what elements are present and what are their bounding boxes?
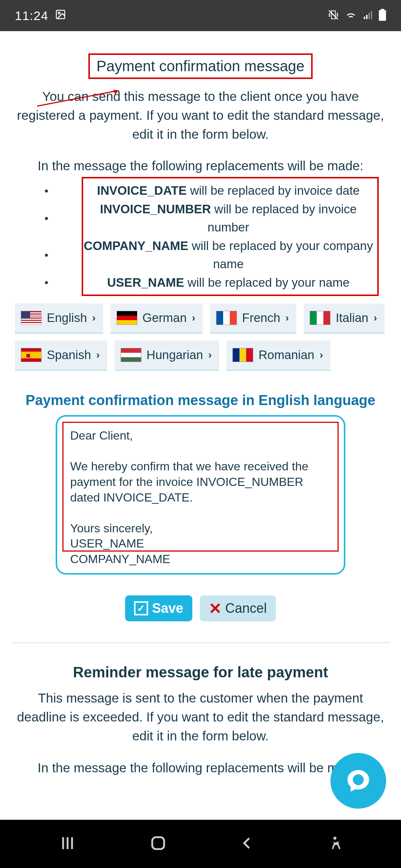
lang-tab-hungarian[interactable]: Hungarian › — [115, 341, 219, 371]
svg-rect-6 — [371, 11, 372, 19]
chevron-right-icon: › — [96, 349, 100, 361]
flag-us-icon — [21, 311, 42, 325]
annotation-arrow — [33, 88, 126, 110]
svg-point-16 — [333, 837, 336, 840]
replacement-item: • COMPANY_NAME will be replaced by your … — [11, 237, 390, 273]
replacement-item: • USER_NAME will be replaced by your nam… — [11, 273, 390, 292]
message-textarea[interactable]: Dear Client, We hereby confirm that we h… — [62, 422, 339, 552]
lang-tab-french[interactable]: French › — [210, 303, 296, 334]
close-icon: ✕ — [209, 599, 222, 618]
recents-button[interactable] — [59, 834, 76, 854]
flag-it-icon — [310, 311, 330, 325]
cancel-button[interactable]: ✕ Cancel — [200, 595, 276, 621]
save-button[interactable]: ✓ Save — [125, 595, 192, 621]
wifi-icon — [345, 9, 357, 23]
status-bar: 11:24 — [0, 0, 401, 31]
flag-de-icon — [117, 311, 137, 325]
svg-rect-3 — [364, 17, 365, 19]
lang-label: Romanian — [258, 348, 314, 362]
android-nav-bar — [0, 820, 401, 868]
signal-icon — [362, 9, 374, 22]
save-label: Save — [152, 601, 183, 616]
svg-rect-8 — [379, 10, 386, 21]
lang-label: Italian — [336, 311, 368, 325]
flag-hu-icon — [121, 348, 141, 362]
chat-fab-button[interactable] — [330, 753, 386, 809]
download-icon — [73, 9, 82, 23]
section-title: Payment confirmation message — [88, 53, 313, 79]
chevron-right-icon: › — [208, 349, 212, 361]
flag-ro-icon — [232, 348, 253, 362]
battery-icon — [379, 9, 386, 22]
lang-label: French — [242, 311, 280, 325]
lang-label: Spanish — [47, 348, 91, 362]
accessibility-button[interactable] — [327, 836, 342, 852]
editor-container: Dear Client, We hereby confirm that we h… — [56, 415, 345, 575]
vibrate-icon — [327, 9, 339, 22]
editor-title: Payment confirmation message in English … — [11, 392, 390, 408]
image-icon — [55, 9, 66, 23]
svg-point-1 — [58, 12, 60, 14]
chevron-right-icon: › — [286, 312, 289, 324]
svg-line-9 — [37, 91, 119, 106]
lang-label: Hungarian — [147, 348, 203, 362]
section-divider — [11, 642, 390, 643]
cancel-label: Cancel — [225, 601, 267, 616]
flag-fr-icon — [216, 311, 237, 325]
svg-rect-7 — [381, 9, 384, 10]
replacements-intro: In the message the following replacement… — [11, 158, 390, 173]
check-icon: ✓ — [134, 601, 148, 615]
svg-point-11 — [353, 775, 363, 785]
reminder-section-title: Reminder message for late payment — [11, 664, 390, 681]
lang-tab-spanish[interactable]: Spanish › — [15, 341, 107, 371]
back-button[interactable] — [240, 834, 255, 854]
replacement-item: • INVOICE_NUMBER will be replaced by inv… — [11, 200, 390, 237]
chevron-right-icon: › — [374, 312, 377, 324]
replacements-list: • INVOICE_DATE will be replaced by invoi… — [11, 180, 390, 293]
reminder-description: This message is sent to the customer whe… — [11, 689, 390, 745]
svg-marker-10 — [113, 90, 119, 94]
lang-label: German — [143, 311, 187, 325]
lang-tab-italian[interactable]: Italian › — [304, 303, 384, 334]
status-time: 11:24 — [15, 9, 48, 23]
chevron-right-icon: › — [192, 312, 195, 324]
svg-line-2 — [329, 10, 338, 19]
flag-es-icon — [21, 348, 42, 362]
chevron-right-icon: › — [92, 312, 95, 324]
home-button[interactable] — [149, 834, 167, 854]
lang-tab-romanian[interactable]: Romanian › — [226, 341, 330, 371]
chat-icon — [345, 768, 371, 794]
replacement-item: • INVOICE_DATE will be replaced by invoi… — [11, 181, 390, 200]
svg-rect-4 — [366, 15, 368, 19]
lang-label: English — [47, 311, 87, 325]
lang-tab-german[interactable]: German › — [111, 303, 203, 334]
svg-rect-15 — [152, 837, 164, 849]
lang-tab-english[interactable]: English › — [15, 303, 103, 334]
chevron-right-icon: › — [320, 349, 323, 361]
content-area: Payment confirmation message You can sen… — [0, 31, 401, 820]
svg-rect-5 — [368, 13, 370, 19]
